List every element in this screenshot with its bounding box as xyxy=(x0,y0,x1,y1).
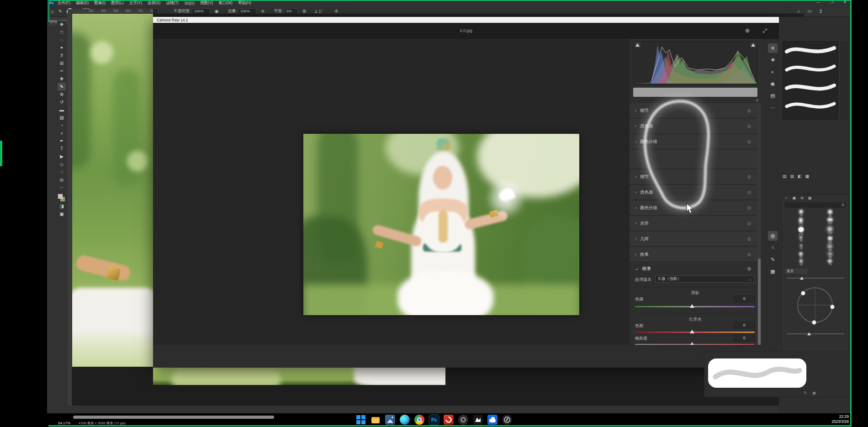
brush-preset[interactable]: 25 xyxy=(816,252,845,259)
edit-icon[interactable]: ≡ xyxy=(768,43,778,53)
menu-item-select[interactable]: 选择(S) xyxy=(145,0,163,6)
panel-tab-icon[interactable]: ▦ xyxy=(805,174,810,181)
brush-strokes-panel[interactable] xyxy=(783,41,838,120)
trash-icon[interactable]: ▦ xyxy=(808,196,812,200)
hand-tool[interactable]: ☟ xyxy=(58,168,66,176)
healing-brush-tool[interactable]: ✚ xyxy=(58,75,66,83)
panel-tab-icon[interactable]: ▤ xyxy=(783,174,787,181)
visibility-eye-icon[interactable]: ⊙ xyxy=(747,108,751,113)
preview-photo[interactable] xyxy=(303,134,579,315)
color-swatches[interactable] xyxy=(58,193,66,202)
pen-pressure-icon[interactable]: ✎ xyxy=(804,391,807,395)
brush-filter-bar[interactable]: ☰ xyxy=(785,202,846,208)
more-options-icon[interactable]: ⋯ xyxy=(768,103,778,112)
visibility-eye-icon[interactable]: ⊙ xyxy=(747,139,751,144)
section-color-grading[interactable]: › 颜色分级 ⊙ xyxy=(630,134,761,149)
tint-value[interactable]: 0 xyxy=(734,295,755,302)
brush-preset[interactable]: 74 xyxy=(816,259,845,266)
panel-scrollbar[interactable] xyxy=(757,103,761,362)
hue-slider-thumb[interactable] xyxy=(690,330,694,333)
visibility-eye-icon[interactable]: ⊙ xyxy=(747,221,751,226)
zoom-tool[interactable]: ◎ xyxy=(58,176,66,184)
tint-slider[interactable] xyxy=(635,306,755,307)
snapshots-icon[interactable]: ▤ xyxy=(768,91,778,100)
crop-tool[interactable]: # xyxy=(58,52,66,59)
gradient-tool[interactable]: ▨ xyxy=(58,114,66,121)
brush-tool-icon[interactable]: ✎ xyxy=(58,9,62,14)
brush-preset[interactable]: 29 xyxy=(787,210,815,217)
section-color-grading-2[interactable]: › 颜色分级 ⊙ xyxy=(630,200,761,216)
clone-stamp-tool[interactable]: ⊕ xyxy=(58,90,66,98)
quick-mask-icon[interactable]: ◨ xyxy=(58,202,66,210)
folder-icon[interactable]: ▣ xyxy=(793,196,796,200)
eraser-tool[interactable]: ▬ xyxy=(58,106,66,114)
file-explorer-icon[interactable] xyxy=(370,415,381,425)
menu-item-file[interactable]: 文件(F) xyxy=(55,0,73,6)
red-eye-icon[interactable]: ◉ xyxy=(768,79,778,89)
home-icon[interactable]: ⌂ xyxy=(51,9,54,14)
hue-slider[interactable] xyxy=(635,332,755,333)
scroll-up-icon[interactable]: ∧ xyxy=(756,98,758,102)
share-icon[interactable]: ↥ xyxy=(819,9,823,14)
section-effects[interactable]: › 效果 ⊙ xyxy=(630,247,761,262)
zoom-tool-icon[interactable]: ◎ xyxy=(768,231,778,241)
healing-icon[interactable]: ✚ xyxy=(768,55,778,65)
grid-view-icon[interactable]: ▦ xyxy=(768,267,778,276)
clip-app-icon[interactable] xyxy=(473,415,483,425)
camera-raw-title-bar[interactable]: Camera Raw 14.2 xyxy=(153,17,779,23)
brush-preset[interactable]: 13 xyxy=(787,244,815,252)
section-detail[interactable]: › 细节 ⊙ xyxy=(630,103,761,118)
quick-selection-tool[interactable]: ✦ xyxy=(58,44,66,52)
search-icon[interactable]: ⌕ xyxy=(798,9,800,14)
brush-preset[interactable]: 112 xyxy=(787,218,815,226)
brush-spacing-slider[interactable] xyxy=(787,333,844,334)
marquee-tool[interactable]: □ xyxy=(58,28,66,36)
camera-app-icon[interactable] xyxy=(458,415,468,425)
new-icon[interactable]: ⊞ xyxy=(800,196,804,200)
dial-app-icon[interactable] xyxy=(502,415,512,425)
section-detail-2[interactable]: › 细节 ⊙ xyxy=(630,169,761,185)
edge-browser-icon[interactable] xyxy=(400,415,410,425)
saturation-value[interactable]: 0 xyxy=(734,335,755,341)
photos-app-icon[interactable] xyxy=(385,415,395,425)
check-icon[interactable]: ✓ xyxy=(785,196,788,200)
sampler-tool-icon[interactable]: ✎ xyxy=(768,255,778,264)
brush-preset[interactable]: 18 xyxy=(787,259,815,266)
visibility-eye-icon[interactable]: ⊙ xyxy=(747,174,751,179)
brush-preset[interactable]: 30 xyxy=(787,236,815,244)
airbrush-icon[interactable]: ≋ xyxy=(261,9,265,14)
fullscreen-icon[interactable]: ⤢ xyxy=(762,27,767,34)
visibility-eye-icon[interactable]: ⊙ xyxy=(747,124,751,129)
section-color-mixer-2[interactable]: › 混色器 ⊙ xyxy=(630,185,761,200)
brush-preset[interactable]: 27 xyxy=(787,252,815,259)
start-button[interactable] xyxy=(356,415,366,425)
hue-value[interactable]: 0 xyxy=(734,322,755,328)
netdisk-app-icon[interactable] xyxy=(487,415,498,425)
shape-tool[interactable]: ◇ xyxy=(58,160,66,168)
menu-item-view[interactable]: 视图(V) xyxy=(197,0,216,6)
smoothing-gear-icon[interactable]: ⊛ xyxy=(302,9,306,14)
brush-size-slider[interactable] xyxy=(787,278,844,279)
status-zoom-value[interactable]: 54.17% xyxy=(58,421,70,425)
document-canvas-left[interactable] xyxy=(72,14,153,367)
panel-tab-icon[interactable]: ▥ xyxy=(790,174,794,181)
menu-item-image[interactable]: 图像(I) xyxy=(91,0,108,6)
horizontal-scrollbar[interactable] xyxy=(73,416,274,419)
brush-preset[interactable]: 24 xyxy=(816,244,845,252)
masking-icon[interactable]: ◐ xyxy=(768,67,778,77)
photoshop-app-icon[interactable]: Ps xyxy=(429,415,439,425)
menu-item-help[interactable]: 帮助(H) xyxy=(235,0,254,6)
settings-gear-icon[interactable]: ⊛ xyxy=(745,27,750,34)
dodge-tool[interactable]: ◖ xyxy=(58,129,66,137)
menu-item-edit[interactable]: 编辑(E) xyxy=(73,0,91,6)
section-geometry[interactable]: › 几何 ⊙ xyxy=(630,232,761,247)
texture-grid-icon[interactable]: ▦ xyxy=(812,391,816,395)
taskbar-clock[interactable]: 22:29 2023/3/28 xyxy=(831,414,849,424)
menu-item-type[interactable]: 文字(Y) xyxy=(127,0,145,6)
brush-preset[interactable]: 181 xyxy=(816,236,845,244)
visibility-eye-icon[interactable]: ⊙ xyxy=(747,190,751,195)
visibility-eye-icon[interactable]: ⊙ xyxy=(747,266,751,271)
path-selection-tool[interactable]: ▶ xyxy=(58,153,66,160)
type-tool[interactable]: T xyxy=(58,145,66,153)
screen-mode-icon[interactable]: ▣ xyxy=(58,210,66,218)
